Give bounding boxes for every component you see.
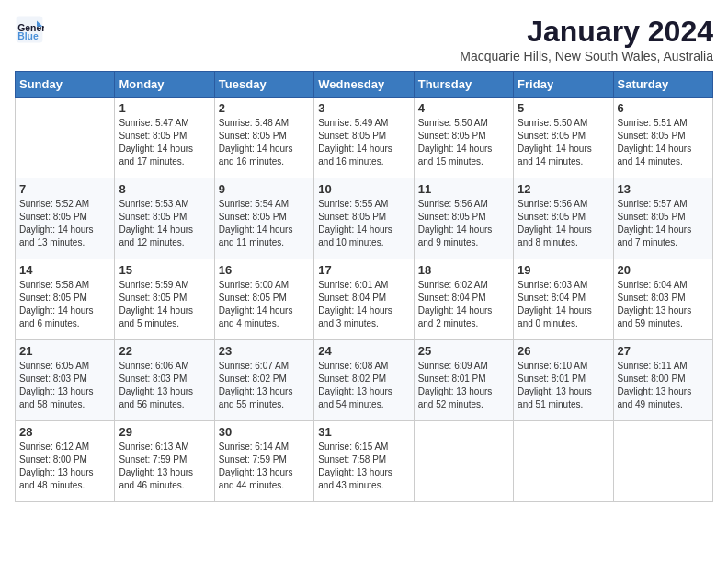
day-info: Sunrise: 6:09 AM Sunset: 8:01 PM Dayligh… bbox=[418, 360, 509, 411]
day-number: 21 bbox=[19, 344, 110, 358]
day-info: Sunrise: 5:56 AM Sunset: 8:05 PM Dayligh… bbox=[518, 198, 609, 249]
week-row-1: 7Sunrise: 5:52 AM Sunset: 8:05 PM Daylig… bbox=[16, 178, 713, 259]
calendar-cell: 22Sunrise: 6:06 AM Sunset: 8:03 PM Dayli… bbox=[115, 340, 214, 421]
calendar-cell: 10Sunrise: 5:55 AM Sunset: 8:05 PM Dayli… bbox=[314, 178, 414, 259]
day-info: Sunrise: 5:50 AM Sunset: 8:05 PM Dayligh… bbox=[418, 117, 509, 168]
calendar-cell: 6Sunrise: 5:51 AM Sunset: 8:05 PM Daylig… bbox=[613, 98, 712, 178]
day-number: 22 bbox=[119, 344, 210, 358]
calendar-cell: 26Sunrise: 6:10 AM Sunset: 8:01 PM Dayli… bbox=[514, 340, 613, 421]
day-number: 1 bbox=[119, 101, 210, 115]
calendar-cell: 24Sunrise: 6:08 AM Sunset: 8:02 PM Dayli… bbox=[314, 340, 414, 421]
calendar-cell: 1Sunrise: 5:47 AM Sunset: 8:05 PM Daylig… bbox=[115, 98, 214, 178]
day-number: 11 bbox=[418, 182, 509, 196]
day-number: 10 bbox=[318, 182, 409, 196]
day-info: Sunrise: 5:53 AM Sunset: 8:05 PM Dayligh… bbox=[119, 198, 210, 249]
day-number: 16 bbox=[219, 263, 310, 277]
calendar-cell: 5Sunrise: 5:50 AM Sunset: 8:05 PM Daylig… bbox=[514, 98, 613, 178]
calendar-cell: 20Sunrise: 6:04 AM Sunset: 8:03 PM Dayli… bbox=[613, 259, 712, 340]
location-subtitle: Macquarie Hills, New South Wales, Austra… bbox=[460, 49, 713, 63]
header-saturday: Saturday bbox=[613, 72, 712, 98]
header-tuesday: Tuesday bbox=[214, 72, 313, 98]
calendar-cell bbox=[514, 421, 613, 502]
day-number: 15 bbox=[119, 263, 210, 277]
calendar-cell: 7Sunrise: 5:52 AM Sunset: 8:05 PM Daylig… bbox=[16, 178, 115, 259]
header-friday: Friday bbox=[514, 72, 613, 98]
calendar-cell: 3Sunrise: 5:49 AM Sunset: 8:05 PM Daylig… bbox=[314, 98, 414, 178]
calendar-cell: 14Sunrise: 5:58 AM Sunset: 8:05 PM Dayli… bbox=[16, 259, 115, 340]
svg-text:Blue: Blue bbox=[17, 31, 39, 41]
day-info: Sunrise: 6:14 AM Sunset: 7:59 PM Dayligh… bbox=[219, 441, 310, 492]
day-number: 25 bbox=[418, 344, 509, 358]
day-number: 2 bbox=[219, 101, 310, 115]
calendar-cell: 21Sunrise: 6:05 AM Sunset: 8:03 PM Dayli… bbox=[16, 340, 115, 421]
day-info: Sunrise: 5:47 AM Sunset: 8:05 PM Dayligh… bbox=[119, 117, 210, 168]
day-info: Sunrise: 6:06 AM Sunset: 8:03 PM Dayligh… bbox=[119, 360, 210, 411]
calendar-cell: 19Sunrise: 6:03 AM Sunset: 8:04 PM Dayli… bbox=[514, 259, 613, 340]
calendar-cell: 18Sunrise: 6:02 AM Sunset: 8:04 PM Dayli… bbox=[414, 259, 513, 340]
day-number: 31 bbox=[318, 425, 409, 439]
day-info: Sunrise: 5:49 AM Sunset: 8:05 PM Dayligh… bbox=[318, 117, 409, 168]
calendar-cell: 13Sunrise: 5:57 AM Sunset: 8:05 PM Dayli… bbox=[613, 178, 712, 259]
day-info: Sunrise: 6:07 AM Sunset: 8:02 PM Dayligh… bbox=[219, 360, 310, 411]
header-thursday: Thursday bbox=[414, 72, 513, 98]
calendar-cell: 11Sunrise: 5:56 AM Sunset: 8:05 PM Dayli… bbox=[414, 178, 513, 259]
day-number: 28 bbox=[19, 425, 110, 439]
calendar-cell: 12Sunrise: 5:56 AM Sunset: 8:05 PM Dayli… bbox=[514, 178, 613, 259]
day-number: 5 bbox=[518, 101, 609, 115]
day-number: 4 bbox=[418, 101, 509, 115]
day-info: Sunrise: 5:55 AM Sunset: 8:05 PM Dayligh… bbox=[318, 198, 409, 249]
header-sunday: Sunday bbox=[16, 72, 115, 98]
calendar-cell: 16Sunrise: 6:00 AM Sunset: 8:05 PM Dayli… bbox=[214, 259, 313, 340]
calendar-cell: 2Sunrise: 5:48 AM Sunset: 8:05 PM Daylig… bbox=[214, 98, 313, 178]
day-number: 8 bbox=[119, 182, 210, 196]
day-number: 19 bbox=[518, 263, 609, 277]
day-number: 20 bbox=[618, 263, 709, 277]
day-info: Sunrise: 6:02 AM Sunset: 8:04 PM Dayligh… bbox=[418, 279, 509, 330]
day-number: 29 bbox=[119, 425, 210, 439]
week-row-0: 1Sunrise: 5:47 AM Sunset: 8:05 PM Daylig… bbox=[16, 98, 713, 178]
logo-icon: General Blue bbox=[15, 15, 44, 44]
calendar-cell: 27Sunrise: 6:11 AM Sunset: 8:00 PM Dayli… bbox=[613, 340, 712, 421]
day-number: 7 bbox=[19, 182, 110, 196]
day-number: 9 bbox=[219, 182, 310, 196]
day-number: 14 bbox=[19, 263, 110, 277]
day-number: 30 bbox=[219, 425, 310, 439]
day-number: 27 bbox=[618, 344, 709, 358]
day-info: Sunrise: 5:54 AM Sunset: 8:05 PM Dayligh… bbox=[219, 198, 310, 249]
day-info: Sunrise: 5:48 AM Sunset: 8:05 PM Dayligh… bbox=[219, 117, 310, 168]
day-info: Sunrise: 6:12 AM Sunset: 8:00 PM Dayligh… bbox=[19, 441, 110, 492]
week-row-4: 28Sunrise: 6:12 AM Sunset: 8:00 PM Dayli… bbox=[16, 421, 713, 502]
calendar-cell: 30Sunrise: 6:14 AM Sunset: 7:59 PM Dayli… bbox=[214, 421, 313, 502]
day-info: Sunrise: 6:13 AM Sunset: 7:59 PM Dayligh… bbox=[119, 441, 210, 492]
calendar-cell bbox=[613, 421, 712, 502]
header-monday: Monday bbox=[115, 72, 214, 98]
day-info: Sunrise: 5:58 AM Sunset: 8:05 PM Dayligh… bbox=[19, 279, 110, 330]
calendar-cell bbox=[16, 98, 115, 178]
day-number: 26 bbox=[518, 344, 609, 358]
calendar-cell: 4Sunrise: 5:50 AM Sunset: 8:05 PM Daylig… bbox=[414, 98, 513, 178]
calendar-cell: 17Sunrise: 6:01 AM Sunset: 8:04 PM Dayli… bbox=[314, 259, 414, 340]
day-number: 23 bbox=[219, 344, 310, 358]
week-row-3: 21Sunrise: 6:05 AM Sunset: 8:03 PM Dayli… bbox=[16, 340, 713, 421]
day-info: Sunrise: 6:00 AM Sunset: 8:05 PM Dayligh… bbox=[219, 279, 310, 330]
calendar-cell: 28Sunrise: 6:12 AM Sunset: 8:00 PM Dayli… bbox=[16, 421, 115, 502]
calendar-cell: 23Sunrise: 6:07 AM Sunset: 8:02 PM Dayli… bbox=[214, 340, 313, 421]
day-info: Sunrise: 6:08 AM Sunset: 8:02 PM Dayligh… bbox=[318, 360, 409, 411]
day-info: Sunrise: 5:56 AM Sunset: 8:05 PM Dayligh… bbox=[418, 198, 509, 249]
day-number: 13 bbox=[618, 182, 709, 196]
calendar-cell: 8Sunrise: 5:53 AM Sunset: 8:05 PM Daylig… bbox=[115, 178, 214, 259]
day-number: 18 bbox=[418, 263, 509, 277]
day-number: 24 bbox=[318, 344, 409, 358]
calendar-cell: 29Sunrise: 6:13 AM Sunset: 7:59 PM Dayli… bbox=[115, 421, 214, 502]
day-info: Sunrise: 5:52 AM Sunset: 8:05 PM Dayligh… bbox=[19, 198, 110, 249]
day-info: Sunrise: 6:11 AM Sunset: 8:00 PM Dayligh… bbox=[618, 360, 709, 411]
day-info: Sunrise: 5:57 AM Sunset: 8:05 PM Dayligh… bbox=[618, 198, 709, 249]
day-number: 3 bbox=[318, 101, 409, 115]
logo: General Blue bbox=[15, 15, 44, 44]
calendar-cell bbox=[414, 421, 513, 502]
calendar-table: SundayMondayTuesdayWednesdayThursdayFrid… bbox=[15, 71, 713, 502]
day-info: Sunrise: 5:50 AM Sunset: 8:05 PM Dayligh… bbox=[518, 117, 609, 168]
page-header: General Blue January 2024 Macquarie Hill… bbox=[15, 15, 713, 63]
day-info: Sunrise: 6:10 AM Sunset: 8:01 PM Dayligh… bbox=[518, 360, 609, 411]
week-row-2: 14Sunrise: 5:58 AM Sunset: 8:05 PM Dayli… bbox=[16, 259, 713, 340]
